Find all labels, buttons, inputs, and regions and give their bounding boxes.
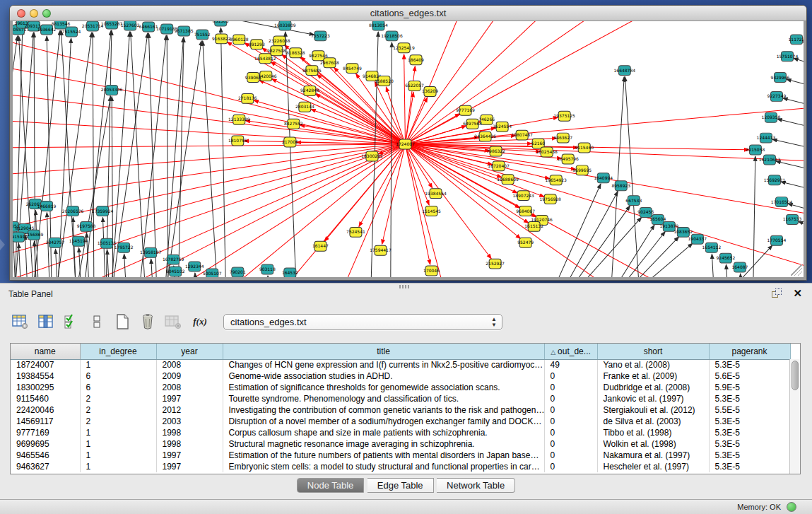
tab-node-table[interactable]: Node Table xyxy=(297,478,365,493)
delete-table-icon[interactable] xyxy=(163,311,184,332)
cell-short: de Silva et al. (2003) xyxy=(597,416,709,427)
row-height-icon[interactable] xyxy=(86,311,107,332)
table-toolbar: f(x) citations_edges.txt ▲▼ xyxy=(10,309,502,334)
graph-node-label: 1770554 xyxy=(767,238,787,243)
graph-node-label: 20053346 xyxy=(101,87,123,92)
graph-node-label: 9699695 xyxy=(572,168,592,173)
graph-node-label: 902456 xyxy=(637,210,654,215)
graph-node-label: 8958923 xyxy=(611,183,630,188)
cell-short: Tibbo et al. (1998) xyxy=(597,427,709,438)
cell-out_degree: 0 xyxy=(544,404,597,416)
table-selector-dropdown[interactable]: citations_edges.txt ▲▼ xyxy=(223,314,502,330)
window-titlebar[interactable]: citations_edges.txt xyxy=(10,6,806,21)
graph-node-label: 1244413 xyxy=(757,135,776,140)
table-row[interactable]: 977716911998Corpus callosum shape and si… xyxy=(11,427,790,438)
cell-pagerank: 5.3E-5 xyxy=(709,461,790,472)
cell-title: Disruption of a novel member of a sodium… xyxy=(223,416,544,427)
cell-name: 18300295 xyxy=(11,382,80,393)
graph-node-label: 8427552 xyxy=(284,121,303,126)
cell-out_degree: 0 xyxy=(544,393,597,404)
table-row[interactable]: 2242004622012Investigating the contribut… xyxy=(11,404,790,416)
close-panel-icon[interactable]: ✕ xyxy=(793,287,802,300)
graph-node-label: 15692971 xyxy=(764,177,786,182)
graph-node-label: 1527602 xyxy=(121,23,140,28)
graph-node-label: 3624554 xyxy=(493,124,512,129)
window-title: citations_edges.txt xyxy=(10,8,806,18)
graph-node-label: 2967608 xyxy=(320,60,339,65)
graph-node-label: 12133389 xyxy=(228,117,250,122)
cytoscape-desktop: citations_edges.txt 14055717196133209313… xyxy=(0,0,812,514)
graph-node-label: 10807487 xyxy=(511,132,533,137)
graph-node-label: 9875685 xyxy=(302,68,322,73)
column-header-name[interactable]: name xyxy=(11,344,80,359)
table-row[interactable]: 1872400712008Changes of HCN gene express… xyxy=(11,359,790,370)
graph-node-label: 164532 xyxy=(282,270,298,275)
column-header-out_degree[interactable]: △out_de... xyxy=(544,344,597,359)
table-row[interactable]: 1456911722003Disruption of a novel membe… xyxy=(11,416,790,427)
graph-node-label: 164087 xyxy=(731,264,748,269)
table-row[interactable]: 969969511998Structural magnetic resonanc… xyxy=(11,438,790,450)
graph-node-label: 2342757 xyxy=(46,240,65,245)
graph-node-label: 111722 xyxy=(789,37,804,42)
graph-node-label: 1466819 xyxy=(37,204,57,209)
graph-node-label: 1615132 xyxy=(524,223,543,228)
graph-node-label: 19654923 xyxy=(545,177,567,182)
tab-network-table[interactable]: Network Table xyxy=(437,478,515,493)
column-header-title[interactable]: title xyxy=(223,344,544,359)
graph-node-label: 903118 xyxy=(259,267,276,271)
column-header-in_degree[interactable]: in_degree xyxy=(80,344,156,359)
table-settings-icon[interactable] xyxy=(10,311,31,332)
column-header-pagerank[interactable]: pagerank xyxy=(709,344,790,359)
graph-node-label: 12325419 xyxy=(393,45,415,50)
graph-node-label: 8960128 xyxy=(230,37,249,42)
table-row[interactable]: 1938455462009Genome-wide association stu… xyxy=(11,370,790,382)
graph-node-label: 7357223 xyxy=(311,33,330,38)
graph-node-label: 9777169 xyxy=(456,107,475,112)
vertical-scrollbar[interactable] xyxy=(789,359,800,474)
column-header-short[interactable]: short xyxy=(597,344,709,359)
network-view-window: citations_edges.txt 14055717196133209313… xyxy=(9,5,807,281)
cell-year: 1997 xyxy=(156,393,223,404)
table-row[interactable]: 1830029562008Estimation of significance … xyxy=(11,382,790,393)
cell-short: Stergiakouli et al. (2012) xyxy=(597,404,709,416)
float-panel-icon[interactable] xyxy=(772,288,782,299)
cell-pagerank: 5.3E-5 xyxy=(709,359,790,370)
cell-pagerank: 5.3E-5 xyxy=(709,438,790,450)
graph-node-label: 16782759 xyxy=(163,257,184,262)
scrollbar-thumb[interactable] xyxy=(792,361,799,390)
graph-node-label: 1795722 xyxy=(114,245,134,250)
cell-pagerank: 5.3E-5 xyxy=(709,450,790,461)
graph-node-label: 7524541 xyxy=(346,229,365,234)
table-tabs: Node Table Edge Table Network Table xyxy=(0,478,812,493)
network-canvas[interactable]: 1405571719613320931341936642881354675155… xyxy=(13,21,804,277)
table-row[interactable]: 911546021997Tourette syndrome. Phenomeno… xyxy=(11,393,790,404)
graph-node-label: 751552 xyxy=(194,32,211,37)
graph-node-label: 6522057 xyxy=(405,83,424,88)
table-panel: Table Panel ✕ xyxy=(0,283,812,499)
cell-title: Changes of HCN gene expression and I(f) … xyxy=(223,359,544,370)
graph-node-label: 9684067 xyxy=(516,209,535,214)
table-row[interactable]: 946554611997Estimation of the future num… xyxy=(11,450,790,461)
graph-node-label: 18907243 xyxy=(512,193,534,198)
cell-title: Investigating the contribution of common… xyxy=(223,404,544,416)
cell-out_degree: 0 xyxy=(544,427,597,438)
cell-title: Embryonic stem cells: a model to study s… xyxy=(223,461,544,472)
graph-node-label: 1588520 xyxy=(375,78,394,83)
cell-in_degree: 1 xyxy=(80,438,156,450)
hidden-panel-handle[interactable] xyxy=(0,239,5,250)
function-builder-icon[interactable]: f(x) xyxy=(188,311,212,332)
graph-node-label: 9115460 xyxy=(575,145,594,150)
delete-column-icon[interactable] xyxy=(137,311,158,332)
tab-edge-table[interactable]: Edge Table xyxy=(367,478,434,493)
table-header-row: namein_degreeyeartitle△out_de...shortpag… xyxy=(11,344,790,359)
new-column-icon[interactable] xyxy=(112,311,133,332)
select-columns-icon[interactable] xyxy=(61,311,82,332)
network-canvas-svg[interactable]: 1405571719613320931341936642881354675155… xyxy=(13,21,804,277)
table-row[interactable]: 946362711997Embryonic stem cells: a mode… xyxy=(11,461,790,472)
column-header-year[interactable]: year xyxy=(156,344,223,359)
graph-node-label: 19756928 xyxy=(539,197,561,201)
memory-indicator-icon[interactable] xyxy=(787,502,796,512)
window-resize-grip[interactable] xyxy=(791,264,802,276)
cell-name: 18724007 xyxy=(11,359,80,370)
show-column-icon[interactable] xyxy=(35,311,57,332)
